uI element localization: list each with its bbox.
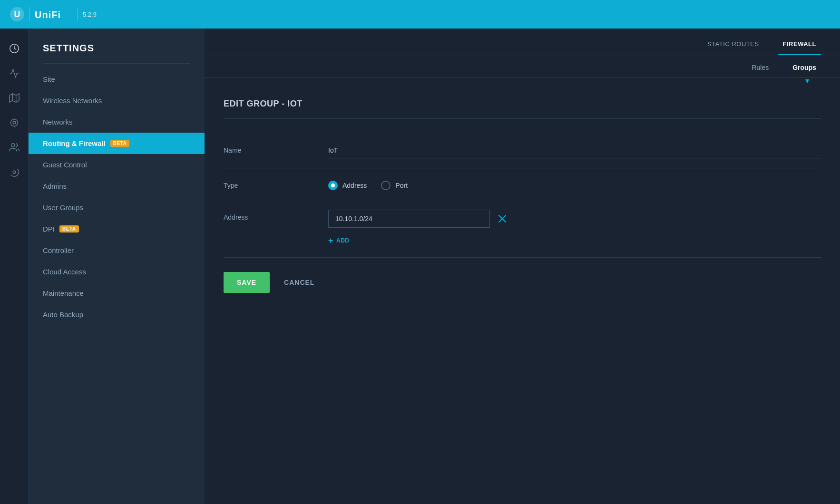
sidebar-divider xyxy=(43,63,190,64)
sidebar-item-routing-firewall[interactable]: Routing & Firewall BETA xyxy=(29,133,205,154)
tab-firewall[interactable]: FIREWALL xyxy=(778,34,821,55)
radio-port-circle xyxy=(381,181,391,190)
address-label: Address xyxy=(224,210,319,221)
routing-firewall-beta-badge: BETA xyxy=(110,140,129,147)
sidebar-item-networks[interactable]: Networks xyxy=(29,111,205,133)
svg-point-7 xyxy=(13,121,16,124)
ubiquiti-icon: U xyxy=(10,7,25,22)
nav-devices[interactable] xyxy=(4,112,25,133)
icon-nav xyxy=(0,29,29,504)
topbar: U UniFi 5.2.9 xyxy=(0,0,840,29)
type-radio-group: Address Port xyxy=(328,178,821,190)
radio-port-label: Port xyxy=(395,182,408,189)
settings-title: SETTINGS xyxy=(29,38,205,63)
nav-clients[interactable] xyxy=(4,137,25,158)
svg-text:UniFi: UniFi xyxy=(35,10,61,20)
nav-map[interactable] xyxy=(4,87,25,108)
nav-statistics[interactable] xyxy=(4,63,25,84)
main-content: STATIC ROUTES FIREWALL Rules Groups ▼ ED… xyxy=(205,29,840,504)
edit-group-section: EDIT GROUP - IOT Name Type Address xyxy=(205,85,840,317)
sidebar-item-user-groups[interactable]: User Groups xyxy=(29,197,205,218)
subtab-rules[interactable]: Rules xyxy=(747,58,773,78)
unifi-logo: UniFi xyxy=(35,8,73,21)
add-icon: + xyxy=(328,236,333,245)
sidebar: SETTINGS Site Wireless Networks Networks… xyxy=(29,29,205,504)
nav-insights[interactable] xyxy=(4,162,25,183)
dpi-beta-badge: BETA xyxy=(59,225,78,233)
svg-point-8 xyxy=(10,119,18,126)
sidebar-item-maintenance[interactable]: Maintenance xyxy=(29,282,205,304)
sidebar-item-guest-control[interactable]: Guest Control xyxy=(29,154,205,175)
address-row: Address + ADD xyxy=(224,200,821,258)
topbar-divider xyxy=(29,7,30,21)
type-control: Address Port xyxy=(328,178,821,190)
top-tabs: STATIC ROUTES FIREWALL xyxy=(205,29,840,55)
address-field-row xyxy=(328,210,821,228)
topbar-version-divider xyxy=(78,7,78,21)
sub-tabs: Rules Groups xyxy=(205,55,840,78)
version-label: 5.2.9 xyxy=(83,11,97,18)
sidebar-item-auto-backup[interactable]: Auto Backup xyxy=(29,304,205,325)
add-label: ADD xyxy=(336,237,350,244)
subtab-groups[interactable]: Groups xyxy=(788,58,821,78)
sidebar-item-wireless-networks[interactable]: Wireless Networks xyxy=(29,90,205,111)
radio-address-label: Address xyxy=(342,182,367,189)
add-address-button[interactable]: + ADD xyxy=(328,233,350,248)
nav-dashboard[interactable] xyxy=(4,38,25,59)
edit-group-title: EDIT GROUP - IOT xyxy=(224,99,821,119)
svg-marker-4 xyxy=(9,94,19,102)
type-label: Type xyxy=(224,178,319,189)
cancel-button[interactable]: CANCEL xyxy=(279,272,319,293)
radio-address-circle xyxy=(328,181,338,190)
subtab-indicator: ▼ xyxy=(205,77,840,85)
name-row: Name xyxy=(224,133,821,168)
name-input[interactable] xyxy=(328,143,821,158)
svg-text:U: U xyxy=(14,10,20,19)
clear-address-button[interactable] xyxy=(496,212,509,225)
sidebar-item-site[interactable]: Site xyxy=(29,68,205,90)
radio-port[interactable]: Port xyxy=(381,181,408,190)
name-control xyxy=(328,143,821,158)
address-control: + ADD xyxy=(328,210,821,248)
action-row: SAVE CANCEL xyxy=(224,258,821,302)
sidebar-item-admins[interactable]: Admins xyxy=(29,175,205,197)
type-row: Type Address Port xyxy=(224,168,821,200)
address-input[interactable] xyxy=(328,210,490,228)
save-button[interactable]: SAVE xyxy=(224,272,270,293)
sidebar-item-cloud-access[interactable]: Cloud Access xyxy=(29,261,205,282)
sidebar-item-dpi[interactable]: DPI BETA xyxy=(29,218,205,240)
tab-static-routes[interactable]: STATIC ROUTES xyxy=(703,34,764,55)
subtab-arrow-icon: ▼ xyxy=(804,77,811,85)
topbar-logo: U UniFi 5.2.9 xyxy=(10,7,97,22)
svg-point-11 xyxy=(11,144,14,147)
svg-point-12 xyxy=(13,171,16,174)
sidebar-item-controller[interactable]: Controller xyxy=(29,240,205,261)
radio-address[interactable]: Address xyxy=(328,181,367,190)
name-label: Name xyxy=(224,143,319,154)
main-layout: SETTINGS Site Wireless Networks Networks… xyxy=(0,29,840,504)
